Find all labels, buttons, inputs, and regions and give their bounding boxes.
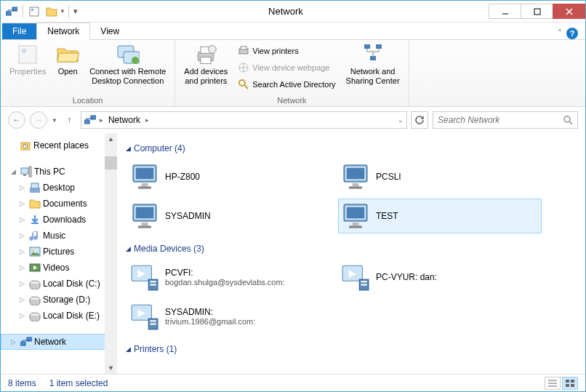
media-item[interactable]: PC-VYUR: dan: <box>338 260 542 295</box>
quick-access-toolbar: ▼ ▾ <box>1 4 82 20</box>
media-item[interactable]: SYSADMIN:trivium.1986@gmail.com: <box>127 299 331 334</box>
back-button[interactable]: ← <box>8 111 25 129</box>
tree-pictures[interactable]: ▷Pictures <box>1 244 117 260</box>
computer-item[interactable]: HP-Z800 <box>127 159 331 194</box>
svg-rect-32 <box>19 46 36 63</box>
up-button[interactable]: ↑ <box>62 113 76 127</box>
title-bar: ▼ ▾ Network <box>1 1 585 23</box>
tree-desktop[interactable]: ▷Desktop <box>1 180 117 196</box>
status-selected-count: 1 item selected <box>49 378 108 388</box>
qat-dropdown-icon[interactable]: ▼ <box>60 8 65 15</box>
tab-file[interactable]: File <box>2 23 36 39</box>
svg-point-36 <box>132 57 139 64</box>
tree-recent-places[interactable]: Recent places <box>1 137 117 153</box>
add-devices-button[interactable]: Add devices and printers <box>180 41 232 95</box>
window-title: Network <box>82 6 489 17</box>
network-sharing-center-button[interactable]: Network and Sharing Center <box>342 41 404 95</box>
svg-rect-31 <box>534 9 540 15</box>
breadcrumb-network-icon <box>84 114 96 126</box>
computer-item[interactable]: SYSADMIN <box>127 199 331 233</box>
address-bar: ← → ▼ ↑ ▸ Network ▸ ⌄ <box>1 107 585 133</box>
tree-downloads[interactable]: ▷Downloads <box>1 212 117 228</box>
section-media-header[interactable]: ◢Media Devices (3) <box>126 244 582 254</box>
computer-item[interactable]: TEST <box>338 199 542 233</box>
status-item-count: 8 items <box>8 378 36 388</box>
maximize-button[interactable] <box>521 4 553 19</box>
ribbon: Properties Open Connect with Remote Desk… <box>1 40 585 107</box>
svg-rect-54 <box>571 384 574 387</box>
search-box[interactable] <box>433 111 578 129</box>
svg-rect-53 <box>566 384 569 387</box>
search-input[interactable] <box>438 115 563 125</box>
section-computer-header[interactable]: ◢Computer (4) <box>126 143 582 153</box>
svg-rect-43 <box>364 44 370 49</box>
qat-network-icon[interactable] <box>4 4 20 20</box>
tree-music[interactable]: ▷Music <box>1 228 117 244</box>
computer-item[interactable]: PCSLI <box>338 159 542 194</box>
forward-button: → <box>30 111 47 129</box>
tab-view[interactable]: View <box>90 23 129 39</box>
qat-customize-icon[interactable]: ▾ <box>72 7 79 16</box>
group-network-label: Network <box>180 95 404 106</box>
section-printers-header[interactable]: ◢Printers (1) <box>126 344 582 354</box>
breadcrumb-seg-network[interactable]: Network <box>107 115 142 125</box>
tree-videos[interactable]: ▷Videos <box>1 260 117 276</box>
chevron-right-icon[interactable]: ▸ <box>143 116 151 124</box>
tree-storage-d[interactable]: ▷Storage (D:) <box>1 292 117 308</box>
svg-line-47 <box>569 121 572 124</box>
close-button[interactable] <box>553 4 585 19</box>
svg-rect-51 <box>566 380 569 383</box>
svg-rect-52 <box>571 380 574 383</box>
svg-rect-29 <box>31 9 33 11</box>
svg-rect-39 <box>241 47 246 49</box>
breadcrumb[interactable]: ▸ Network ▸ ⌄ <box>81 111 407 129</box>
view-device-webpage-button: View device webpage <box>236 60 337 76</box>
tree-documents[interactable]: ▷Documents <box>1 196 117 212</box>
media-item[interactable]: PCVFI:bogdan.shulga@sysdevlabs.com: <box>127 260 331 295</box>
svg-rect-28 <box>30 7 39 16</box>
ribbon-tabs: File Network View ˄ ? <box>1 23 585 40</box>
chevron-right-icon[interactable]: ▸ <box>97 116 105 124</box>
tab-network[interactable]: Network <box>36 23 90 40</box>
tree-scrollbar[interactable]: ▲ ▼ <box>105 133 117 374</box>
qat-new-folder-icon[interactable] <box>44 4 60 20</box>
help-icon[interactable]: ? <box>566 28 578 39</box>
svg-rect-45 <box>370 56 376 60</box>
scroll-down-icon[interactable]: ▼ <box>105 362 117 374</box>
svg-point-37 <box>209 46 217 54</box>
content-pane: ◢Computer (4) HP-Z800 PCSLI SYSADMIN TES… <box>117 133 585 374</box>
minimize-ribbon-icon[interactable]: ˄ <box>558 28 562 39</box>
view-printers-button[interactable]: View printers <box>236 43 337 59</box>
search-icon[interactable] <box>563 115 573 125</box>
view-large-icons-button[interactable] <box>562 377 578 390</box>
history-dropdown-icon[interactable]: ▼ <box>52 117 57 124</box>
navigation-tree: Recent places ◢This PC ▷Desktop ▷Documen… <box>1 133 117 374</box>
search-active-directory-button[interactable]: Search Active Directory <box>236 76 337 92</box>
view-details-button[interactable] <box>545 377 561 390</box>
tree-disk-e[interactable]: ▷Local Disk (E:) <box>1 308 117 324</box>
minimize-button[interactable] <box>489 4 521 19</box>
status-bar: 8 items 1 item selected <box>1 374 585 391</box>
svg-line-42 <box>244 85 248 89</box>
refresh-button[interactable] <box>411 111 428 129</box>
qat-properties-icon[interactable] <box>26 4 42 20</box>
tree-this-pc[interactable]: ◢This PC <box>1 164 117 180</box>
tree-network[interactable]: ▷Network <box>1 334 117 350</box>
breadcrumb-dropdown-icon[interactable]: ⌄ <box>398 116 404 124</box>
svg-rect-33 <box>22 49 26 53</box>
svg-rect-44 <box>376 44 382 49</box>
remote-desktop-button[interactable]: Connect with Remote Desktop Connection <box>85 41 170 95</box>
open-button[interactable]: Open <box>52 41 84 95</box>
properties-button: Properties <box>5 41 50 95</box>
group-location-label: Location <box>5 95 170 106</box>
tree-disk-c[interactable]: ▷Local Disk (C:) <box>1 276 117 292</box>
svg-point-41 <box>239 80 245 86</box>
scroll-thumb[interactable] <box>105 156 117 169</box>
scroll-up-icon[interactable]: ▲ <box>105 133 117 145</box>
svg-point-46 <box>564 116 570 122</box>
